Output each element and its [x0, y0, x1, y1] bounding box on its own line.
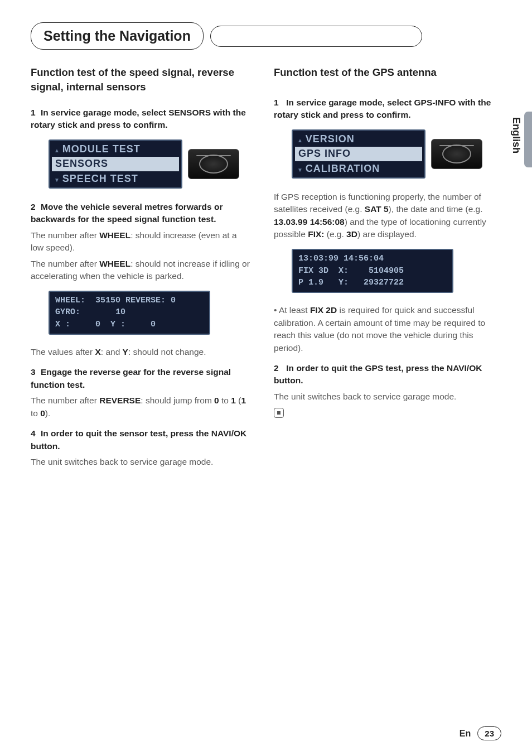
key-fix2d: FIX 2D	[310, 305, 337, 315]
t: antenna	[394, 66, 437, 78]
rotary-stick-icon	[188, 149, 239, 179]
step-2-detail-b: The number after WHEEL: should not incre…	[31, 258, 250, 283]
gps-description: If GPS reception is functioning properly…	[274, 191, 494, 241]
t: to	[31, 408, 40, 418]
t: In service garage mode, select	[286, 98, 414, 107]
menu-item-module-test: MODULE TEST	[54, 143, 177, 156]
page-header: Setting the Navigation	[31, 22, 501, 50]
key-3d: 3D	[346, 229, 357, 239]
title-decor	[210, 26, 422, 47]
page-title: Setting the Navigation	[31, 22, 204, 50]
footer-lang: En	[460, 729, 471, 739]
gps-bullet: • At least FIX 2D is required for quick …	[274, 304, 494, 354]
left-column: Function test of the speed signal, rever…	[31, 65, 250, 476]
side-language-label: English	[510, 117, 522, 153]
page-number: 23	[477, 726, 501, 740]
screen-sensors-menu-row: MODULE TEST SENSORS SPEECH TEST	[49, 139, 250, 189]
step-3-detail: The number after REVERSE: should jump fr…	[31, 394, 250, 420]
key-y: Y	[123, 347, 128, 357]
key-wheel-a: WHEEL	[99, 230, 130, 240]
key-datetime: 13.03.99 14:56:08	[274, 217, 345, 227]
step-4-detail: The unit switches back to service garage…	[31, 456, 250, 468]
rotary-stick-icon	[431, 139, 482, 169]
t: : and	[101, 347, 123, 357]
step-2-text: Move the vehicle several metres forwards…	[31, 202, 223, 224]
v: 1	[231, 396, 236, 405]
step-1-text: In service garage mode, select SENSORS w…	[31, 108, 246, 129]
t: • At least	[274, 305, 310, 315]
step-1: 1In service garage mode, select SENSORS …	[31, 107, 250, 132]
screen-gps-menu-row: VERSION GPS INFO CALIBRATION	[292, 129, 494, 179]
t: (e.g.	[324, 229, 346, 239]
step-2: 2Move the vehicle several metres forward…	[31, 201, 250, 226]
v: 1	[241, 396, 246, 405]
key-gps-b: GPS	[365, 363, 384, 373]
t: : should jump from	[141, 396, 214, 405]
right-column: Function test of the GPS antenna 1 In se…	[274, 65, 494, 476]
gps-step-2-detail: The unit switches back to service garage…	[274, 391, 494, 403]
t: The values after	[31, 347, 95, 357]
t: In order to quit the	[286, 363, 365, 373]
menu-item-speech-test: SPEECH TEST	[54, 172, 177, 185]
key-sat: SAT 5	[365, 204, 389, 214]
t: ), the date and time (e.g.	[389, 204, 483, 214]
step-4: 4In order to quit the sensor test, press…	[31, 427, 250, 452]
t: : should not change.	[128, 347, 206, 357]
v: 0	[40, 408, 45, 418]
v: 0	[214, 396, 219, 405]
t: The number after	[31, 259, 99, 268]
t: Function test of the	[274, 66, 373, 78]
screen-sensors-menu: MODULE TEST SENSORS SPEECH TEST	[49, 139, 182, 189]
key-fix: FIX:	[308, 229, 324, 239]
step-4-text: In order to quit the sensor test, press …	[31, 428, 246, 450]
t: The number after	[31, 230, 99, 240]
t: (	[236, 396, 241, 405]
key-x: X	[95, 347, 100, 357]
screen-sensor-values: WHEEL: 35150 REVERSE: 0 GYRO: 10 X : 0 Y…	[49, 291, 210, 335]
t: The number after	[31, 396, 99, 405]
t: ).	[45, 408, 50, 418]
menu-item-version: VERSION	[297, 133, 420, 146]
gps-step-2: 2 In order to quit the GPS test, press t…	[274, 362, 494, 387]
key-reverse: REVERSE	[99, 396, 141, 405]
side-tab	[524, 112, 532, 167]
key-gps-info: GPS-INFO	[414, 98, 456, 107]
step-2-detail-a: The number after WHEEL: should increase …	[31, 229, 250, 254]
section-heading-sensors: Function test of the speed signal, rever…	[31, 65, 250, 94]
step-3: 3Engage the reverse gear for the reverse…	[31, 366, 250, 391]
menu-item-calibration: CALIBRATION	[297, 162, 420, 175]
t: to	[219, 396, 231, 405]
page-footer: En 23	[460, 726, 501, 740]
menu-item-sensors: SENSORS	[52, 157, 179, 171]
key-wheel-b: WHEEL	[99, 259, 130, 268]
t: ) are displayed.	[357, 229, 417, 239]
gps-step-1: 1 In service garage mode, select GPS-INF…	[274, 97, 494, 122]
menu-item-gps-info: GPS INFO	[295, 147, 422, 161]
step-3-text: Engage the reverse gear for the reverse …	[31, 367, 231, 389]
screen-gps-values: 13:03:99 14:56:04 FIX 3D X: 5104905 P 1.…	[292, 249, 453, 293]
step-2-detail-c: The values after X: and Y: should not ch…	[31, 346, 250, 358]
screen-gps-menu: VERSION GPS INFO CALIBRATION	[292, 129, 425, 179]
section-heading-gps: Function test of the GPS antenna	[274, 65, 494, 80]
stop-icon	[274, 408, 284, 418]
key-gps: GPS	[373, 66, 394, 78]
